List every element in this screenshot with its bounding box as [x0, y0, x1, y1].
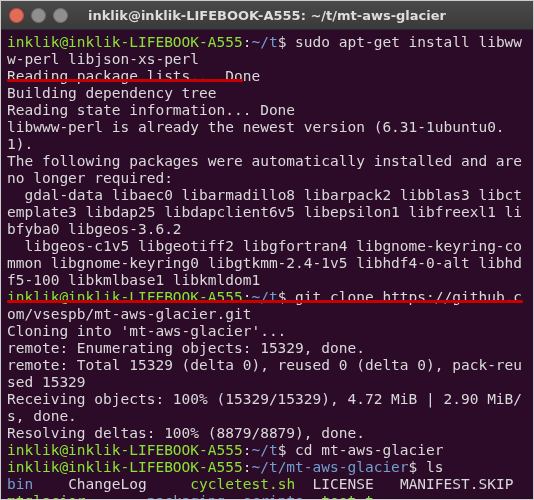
cmd-cd: cd mt-aws-glacier [295, 442, 443, 458]
terminal-window: inklik@inklik-LIFEBOOK-A555: ~/t/mt-aws-… [0, 0, 534, 500]
underline-highlight [7, 79, 243, 82]
ls-dir: bin [7, 476, 33, 492]
prompt-path: ~/t [251, 442, 277, 458]
out: libwww-perl is already the newest versio… [7, 119, 505, 152]
out: Resolving deltas: 100% (8879/8879), done… [7, 425, 365, 441]
prompt-path: ~/t/mt-aws-glacier [251, 459, 408, 475]
out: libgeos-c1v5 libgeotiff2 libgfortran4 li… [7, 238, 522, 288]
ls-file: MANIFEST.SKIP [400, 476, 514, 492]
out: Cloning into 'mt-aws-glacier'... [7, 323, 286, 339]
titlebar[interactable]: inklik@inklik-LIFEBOOK-A555: ~/t/mt-aws-… [1, 1, 533, 30]
out: remote: Total 15329 (delta 0), reused 0 … [7, 357, 522, 390]
close-icon[interactable] [9, 8, 24, 23]
ls-exe: mtglacier [7, 493, 86, 499]
underline-highlight [7, 300, 523, 303]
ls-file: ChangeLog [68, 476, 147, 492]
out: remote: Enumerating objects: 15329, done… [7, 340, 365, 356]
out: Receiving objects: 100% (15329/15329), 4… [7, 391, 522, 424]
terminal-body[interactable]: inklik@inklik-LIFEBOOK-A555:~/t$ sudo ap… [1, 30, 533, 499]
out: Reading state information... Done [7, 102, 295, 118]
prompt-user: inklik@inklik-LIFEBOOK-A555 [7, 459, 243, 475]
window-buttons [9, 8, 68, 23]
ls-dir: scripts [243, 493, 304, 499]
ls-exe: cycletest.sh [190, 476, 295, 492]
prompt-user: inklik@inklik-LIFEBOOK-A555 [7, 34, 243, 50]
out: The following packages were automaticall… [7, 153, 531, 186]
prompt-user: inklik@inklik-LIFEBOOK-A555 [7, 442, 243, 458]
ls-file: LICENSE [313, 476, 374, 492]
maximize-icon[interactable] [53, 8, 68, 23]
prompt-dollar: $ [278, 442, 287, 458]
ls-exe: test.t [321, 493, 373, 499]
out: Building dependency tree [7, 85, 217, 101]
prompt-dollar: $ [278, 34, 287, 50]
out: gdal-data libaec0 libarmadillo8 libarpac… [7, 187, 522, 237]
prompt-dollar: $ [409, 459, 418, 475]
window-title: inklik@inklik-LIFEBOOK-A555: ~/t/mt-aws-… [1, 8, 533, 23]
prompt-path: ~/t [251, 34, 277, 50]
ls-dir: packaging [147, 493, 226, 499]
minimize-icon[interactable] [31, 8, 46, 23]
cmd-ls: ls [426, 459, 443, 475]
